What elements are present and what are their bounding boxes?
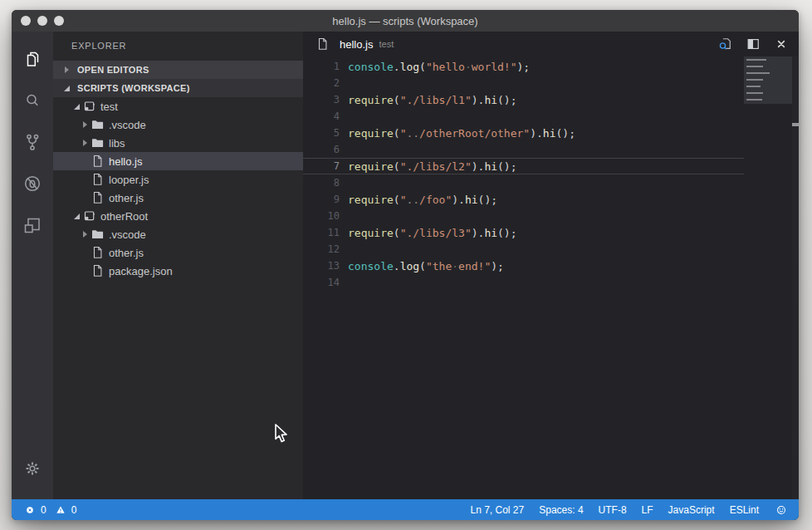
- code-line-9[interactable]: 9require("../foo").hi();: [303, 191, 744, 208]
- minimap-line: [746, 79, 763, 81]
- minimap[interactable]: [744, 56, 792, 499]
- extensions-activity-item[interactable]: [12, 204, 53, 246]
- workspace-section-header[interactable]: SCRIPTS (WORKSPACE): [53, 79, 303, 97]
- tree-item-other.js[interactable]: other.js: [53, 189, 303, 207]
- code-line-8[interactable]: 8: [303, 174, 744, 191]
- line-number: 11: [303, 227, 348, 238]
- line-number: 7: [303, 160, 348, 172]
- folder-icon: [90, 228, 105, 241]
- editor-group: hello.js test 1console.log("hello·world!…: [303, 32, 799, 499]
- code-line-14[interactable]: 14: [303, 274, 744, 291]
- code-line-13[interactable]: 13console.log("the·end!");: [303, 258, 744, 274]
- window-title: hello.js — scripts (Workspace): [12, 15, 799, 27]
- minimap-line: [746, 59, 766, 61]
- tree-item-label: package.json: [109, 265, 173, 277]
- line-number: 1: [303, 61, 348, 72]
- file-icon: [90, 246, 105, 259]
- chevron-right-icon: [79, 140, 90, 146]
- code-line-2[interactable]: 2: [303, 75, 744, 91]
- tab-title: hello.js: [340, 38, 373, 51]
- tree-item-libs[interactable]: libs: [53, 134, 303, 152]
- status-eslint[interactable]: ESLint: [730, 504, 759, 516]
- split-editor-button[interactable]: [742, 34, 764, 54]
- code-line-5[interactable]: 5require("../otherRoot/other").hi();: [303, 125, 744, 141]
- source-control-activity-item[interactable]: [12, 121, 53, 163]
- line-number: 9: [303, 194, 348, 205]
- chevron-right-icon: [79, 231, 90, 238]
- search-activity-item[interactable]: [12, 80, 53, 121]
- status-indentation[interactable]: Spaces: 4: [539, 504, 583, 516]
- files-activity-item[interactable]: [12, 38, 53, 80]
- tree-item-test[interactable]: test: [53, 97, 303, 115]
- chevron-right-icon: [79, 121, 90, 128]
- title-bar: hello.js — scripts (Workspace): [12, 10, 799, 32]
- root-folder-icon: [82, 100, 96, 113]
- line-number: 10: [303, 210, 348, 222]
- tree-item-.vscode[interactable]: .vscode: [53, 115, 303, 134]
- file-icon: [316, 37, 330, 51]
- status-language-mode[interactable]: JavaScript: [668, 504, 715, 516]
- explorer-title: EXPLORER: [53, 32, 303, 61]
- chevron-expanded-icon: [71, 213, 82, 219]
- tree-item-label: other.js: [109, 247, 144, 259]
- line-number: 3: [303, 94, 348, 106]
- tree-item-package.json[interactable]: package.json: [53, 262, 303, 280]
- tree-item-other.js[interactable]: other.js: [53, 243, 303, 262]
- explorer-sidebar: EXPLORER OPEN EDITORS SCRIPTS (WORKSPACE…: [53, 32, 303, 499]
- code-text: require("./libs/l2").hi();: [348, 160, 517, 173]
- code-text: require("../otherRoot/other").hi();: [348, 127, 575, 140]
- code-text: console.log("the·end!");: [348, 260, 504, 272]
- code-editor[interactable]: 1console.log("hello·world!");23require("…: [303, 56, 799, 499]
- line-number: 14: [303, 277, 348, 288]
- problems-indicator[interactable]: 0 0: [23, 503, 76, 517]
- code-line-10[interactable]: 10: [303, 208, 744, 224]
- search-icon: [22, 91, 42, 110]
- tree-item-looper.js[interactable]: looper.js: [53, 170, 303, 189]
- split-editor-icon: [745, 36, 761, 52]
- code-line-3[interactable]: 3require("./libs/l1").hi();: [303, 91, 744, 108]
- tree-item-label: hello.js: [109, 155, 142, 168]
- find-doc-icon: [717, 36, 733, 52]
- tab-bar: hello.js test: [303, 32, 799, 56]
- code-line-1[interactable]: 1console.log("hello·world!");: [303, 58, 744, 75]
- code-line-11[interactable]: 11require("./libs/l3").hi();: [303, 224, 744, 241]
- gear-icon: [23, 459, 42, 478]
- tree-item-.vscode[interactable]: .vscode: [53, 225, 303, 243]
- minimap-slider[interactable]: [744, 56, 792, 104]
- minimap-line: [746, 86, 761, 87]
- status-encoding[interactable]: UTF-8: [599, 504, 627, 516]
- status-eol[interactable]: LF: [642, 504, 653, 516]
- tree-item-label: other.js: [109, 192, 144, 204]
- source-control-icon: [22, 132, 42, 152]
- code-line-7[interactable]: 7require("./libs/l2").hi();: [303, 158, 744, 174]
- code-line-4[interactable]: 4: [303, 108, 744, 125]
- code-line-6[interactable]: 6: [303, 141, 744, 158]
- line-number: 12: [303, 243, 348, 255]
- chevron-expanded-icon: [61, 86, 72, 91]
- debug-disabled-activity-item[interactable]: [12, 163, 53, 204]
- open-editors-section-header[interactable]: OPEN EDITORS: [53, 61, 303, 79]
- editor-actions: [714, 34, 799, 54]
- tab-hello-js[interactable]: hello.js test: [303, 32, 404, 56]
- tree-item-otherRoot[interactable]: otherRoot: [53, 207, 303, 225]
- tree-item-label: test: [100, 101, 118, 113]
- close-window-button[interactable]: [21, 16, 31, 26]
- zoom-window-button[interactable]: [54, 16, 64, 26]
- status-cursor-position[interactable]: Ln 7, Col 27: [471, 504, 525, 516]
- chevron-right-icon: [61, 66, 72, 73]
- line-number: 13: [303, 260, 348, 272]
- code-text: require("./libs/l3").hi();: [348, 227, 517, 239]
- file-tree: test.vscodelibshello.jslooper.jsother.js…: [53, 97, 303, 499]
- minimap-line: [746, 66, 763, 67]
- close-tab-button[interactable]: [770, 34, 792, 54]
- editor-scrollbar[interactable]: [792, 56, 799, 499]
- scrollbar-handle[interactable]: [792, 123, 799, 126]
- code-line-12[interactable]: 12: [303, 241, 744, 258]
- line-number: 2: [303, 77, 348, 89]
- tree-item-hello.js[interactable]: hello.js: [53, 152, 303, 170]
- settings-gear-button[interactable]: [12, 448, 53, 489]
- minimap-line: [746, 72, 770, 74]
- find-doc-button[interactable]: [714, 34, 736, 54]
- feedback-smiley-button[interactable]: [774, 503, 789, 518]
- minimize-window-button[interactable]: [37, 16, 47, 26]
